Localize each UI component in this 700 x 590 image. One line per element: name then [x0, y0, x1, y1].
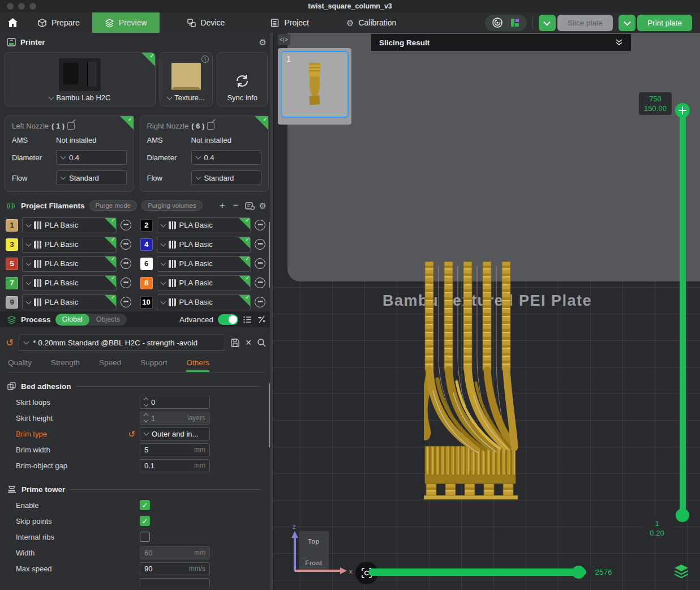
filament-options-icon[interactable]: ••• — [255, 220, 265, 230]
filament-select[interactable]: PLA Basic — [22, 237, 117, 253]
filament-select[interactable]: PLA Basic — [157, 237, 251, 253]
filament-number-badge[interactable]: 1 — [6, 219, 18, 232]
right-diameter-select[interactable]: 0.4 — [191, 150, 262, 165]
setting-list-icon[interactable] — [243, 315, 252, 324]
spiral-icon[interactable] — [492, 17, 503, 28]
filament-select[interactable]: PLA Basic — [157, 256, 251, 272]
filament-select[interactable]: PLA Basic — [157, 275, 251, 291]
ams-sync-icon[interactable] — [245, 202, 255, 210]
reset-preset-icon[interactable]: ↺ — [6, 338, 14, 348]
filament-number-badge[interactable]: 2 — [140, 219, 153, 232]
print-options-chevron-button[interactable] — [619, 15, 635, 31]
scope-global-button[interactable]: Global — [55, 314, 89, 326]
tune-icon[interactable] — [257, 315, 267, 324]
filament-number-badge[interactable]: 4 — [140, 238, 153, 251]
advanced-toggle[interactable] — [218, 314, 238, 325]
sync-info-card[interactable]: Sync info — [217, 52, 268, 106]
filament-select[interactable]: PLA Basic — [22, 275, 117, 291]
brim-width-input[interactable]: 5mm — [140, 443, 210, 456]
max-speed-input[interactable]: 90mm/s — [140, 562, 210, 575]
filament-options-icon[interactable]: ••• — [255, 297, 265, 307]
slice-options-chevron-button[interactable] — [539, 15, 556, 31]
plate-layout-icon[interactable] — [510, 18, 520, 28]
tab-quality[interactable]: Quality — [8, 358, 32, 372]
right-flow-select[interactable]: Standard — [191, 170, 262, 185]
filament-options-icon[interactable]: ••• — [255, 239, 265, 250]
filament-number-badge[interactable]: 8 — [140, 277, 153, 289]
skip-points-checkbox[interactable] — [140, 516, 150, 526]
left-flow-select[interactable]: Standard — [56, 170, 127, 185]
filament-select[interactable]: PLA Basic — [157, 294, 251, 310]
viewport-3d[interactable]: Bambu Textured PEI Plate — [274, 33, 700, 590]
filament-options-icon[interactable]: ••• — [121, 277, 131, 288]
filament-number-badge[interactable]: 3 — [6, 238, 18, 251]
spinner-arrows[interactable] — [144, 414, 148, 422]
tab-preview[interactable]: Preview — [92, 12, 160, 33]
filament-number-badge[interactable]: 10 — [140, 296, 153, 309]
tab-strength[interactable]: Strength — [51, 358, 80, 372]
save-icon[interactable] — [230, 338, 240, 348]
filament-select[interactable]: PLA Basic — [157, 217, 251, 233]
layers-view-icon[interactable] — [673, 563, 689, 579]
filament-options-icon[interactable]: ••• — [255, 277, 265, 288]
clipped-input[interactable] — [140, 578, 210, 587]
tab-prepare[interactable]: Prepare — [25, 12, 92, 33]
internal-ribs-checkbox[interactable] — [140, 532, 150, 542]
search-icon[interactable] — [257, 338, 267, 348]
tab-project[interactable]: Project — [257, 12, 321, 33]
brim-type-select[interactable]: Outer and in... — [140, 427, 210, 441]
plate-select-card[interactable]: i Texture... — [160, 52, 213, 106]
sidebar-collapse-handle[interactable]: <|> — [278, 34, 290, 45]
home-button[interactable] — [0, 12, 25, 33]
layer-slider-track[interactable] — [680, 110, 686, 515]
filament-options-icon[interactable]: ••• — [121, 239, 131, 250]
filament-options-icon[interactable]: ••• — [121, 220, 131, 230]
layer-slider-bottom-handle[interactable] — [676, 508, 689, 522]
scope-objects-button[interactable]: Objects — [89, 314, 127, 326]
filament-select[interactable]: PLA Basic — [22, 256, 117, 272]
filament-options-icon[interactable]: ••• — [121, 258, 131, 269]
remove-filament-button[interactable]: − — [231, 200, 241, 211]
tab-device[interactable]: Device — [174, 12, 238, 33]
filament-select[interactable]: PLA Basic — [22, 217, 117, 233]
brim-object-gap-input[interactable]: 0.1mm — [140, 459, 210, 472]
prime-tower-width-input[interactable]: 60mm — [140, 546, 210, 559]
filament-settings-icon[interactable]: ⚙ — [259, 202, 267, 210]
delete-preset-icon[interactable]: ✕ — [245, 338, 252, 347]
purge-mode-button[interactable]: Purge mode — [89, 200, 138, 211]
move-slider-handle[interactable] — [572, 566, 585, 579]
printer-select-card[interactable]: Bambu Lab H2C — [5, 52, 156, 106]
tab-support[interactable]: Support — [140, 358, 167, 372]
purging-volumes-button[interactable]: Purging volumes — [141, 200, 203, 211]
sidebar-scrollbar-track[interactable] — [270, 33, 273, 590]
filament-options-icon[interactable]: ••• — [255, 258, 265, 269]
spinner-arrows[interactable] — [144, 398, 148, 406]
enable-checkbox[interactable] — [140, 500, 150, 510]
edit-icon[interactable] — [67, 122, 75, 130]
filament-number-badge[interactable]: 5 — [6, 258, 18, 270]
edit-icon[interactable] — [207, 122, 214, 130]
info-icon[interactable]: i — [201, 55, 209, 63]
collapse-chevrons-icon[interactable] — [614, 38, 624, 47]
tab-speed[interactable]: Speed — [99, 358, 121, 372]
reset-brim-type-icon[interactable]: ↺ — [128, 430, 135, 438]
tab-calibration[interactable]: ⚙ Calibration — [334, 12, 409, 33]
slice-plate-button[interactable]: Slice plate — [557, 15, 613, 31]
sliced-model[interactable] — [424, 260, 520, 501]
left-diameter-select[interactable]: 0.4 — [56, 150, 127, 165]
filament-options-icon[interactable]: ••• — [121, 297, 131, 307]
move-slider-track[interactable] — [368, 568, 586, 576]
printer-settings-icon[interactable]: ⚙ — [259, 38, 267, 46]
filament-number-badge[interactable]: 6 — [140, 258, 153, 270]
plate-thumbnail-card[interactable]: 1 — [278, 48, 351, 125]
layer-slider-top-handle[interactable] — [675, 103, 690, 118]
filament-select[interactable]: PLA Basic — [22, 294, 117, 310]
process-preset-select[interactable]: * 0.20mm Standard @BBL H2C - strength -a… — [19, 335, 225, 350]
filament-number-badge[interactable]: 9 — [6, 296, 18, 309]
filament-number-badge[interactable]: 7 — [6, 277, 18, 289]
print-plate-button[interactable]: Print plate — [637, 15, 692, 31]
tab-others[interactable]: Others — [186, 358, 209, 372]
skirt-height-input[interactable]: 1layers — [140, 412, 210, 425]
slicing-result-bar[interactable]: Slicing Result — [371, 34, 631, 51]
add-filament-button[interactable]: + — [218, 200, 227, 211]
